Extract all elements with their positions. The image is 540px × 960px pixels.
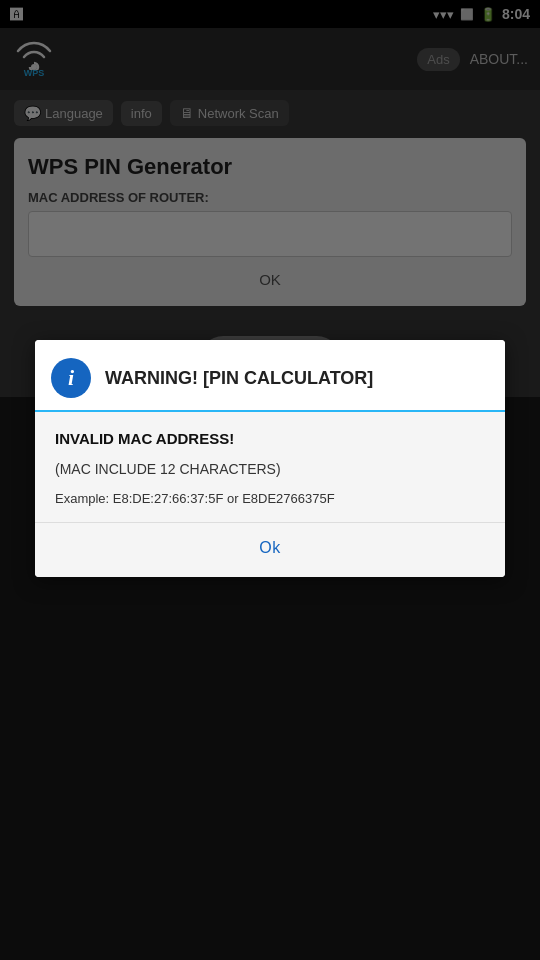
warning-dialog: i WARNING! [PIN CALCULATOR] INVALID MAC … [35,340,505,577]
dialog-message1: INVALID MAC ADDRESS! [55,430,485,447]
dialog-title: WARNING! [PIN CALCULATOR] [105,367,373,390]
dialog-header: i WARNING! [PIN CALCULATOR] [35,340,505,412]
dialog-ok-button[interactable]: Ok [239,533,300,563]
dialog-message3: Example: E8:DE:27:66:37:5F or E8DE276637… [55,491,485,506]
dialog-overlay: i WARNING! [PIN CALCULATOR] INVALID MAC … [0,0,540,960]
info-circle-icon: i [51,358,91,398]
dialog-footer: Ok [35,522,505,577]
dialog-message2: (MAC INCLUDE 12 CHARACTERS) [55,461,485,477]
dialog-body: INVALID MAC ADDRESS! (MAC INCLUDE 12 CHA… [35,412,505,522]
